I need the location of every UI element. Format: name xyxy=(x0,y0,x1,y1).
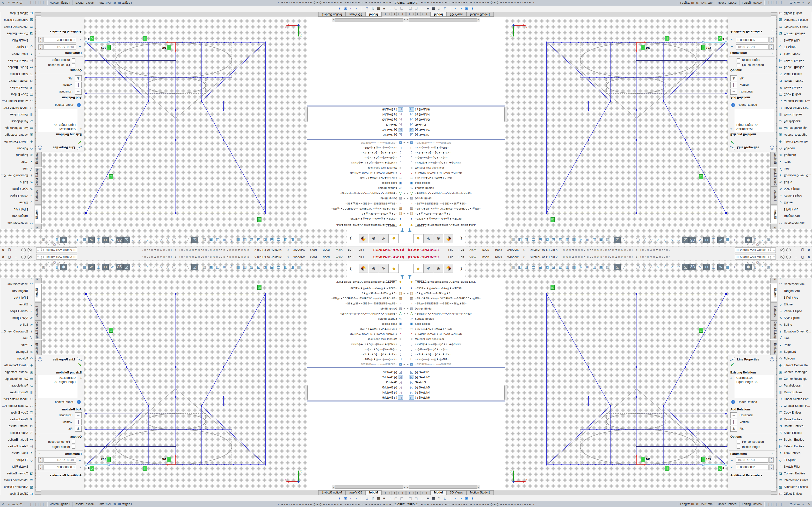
sketch-tool-item[interactable]: # Segment xyxy=(0,152,35,159)
relation-flag-equal109[interactable]: =109 xyxy=(701,45,711,50)
document-tab[interactable]: Model xyxy=(430,12,446,17)
motion-tool-icon[interactable]: ▢ xyxy=(407,496,413,500)
rollback-bar[interactable] xyxy=(307,367,406,368)
length-spinner[interactable]: ▲▼ xyxy=(39,457,43,463)
view-tool-icon[interactable]: ▤ xyxy=(510,237,516,243)
sketch-tool-icon[interactable]: 3D xyxy=(116,264,123,270)
sketch-tool-item[interactable]: ▢ Copy Entities xyxy=(0,409,35,416)
sketch-tool-icon[interactable]: ⇘ xyxy=(717,237,724,243)
tree-row[interactable]: ▶ ★ ○Ƨ53Ε✕◦♟◎ΛΑΦ○◦○ΦΑΛ◎♟◦✕Ε35Ƨ○ xyxy=(307,216,406,221)
filter-icon[interactable] xyxy=(408,275,412,277)
motion-tool-icon[interactable]: ▢ xyxy=(413,496,419,500)
tree-row[interactable]: ▶ ▧ Design Binder xyxy=(307,196,406,201)
view-tool-icon[interactable]: ▨ xyxy=(605,264,611,270)
sketch-tool-icon[interactable]: ▣ xyxy=(766,237,772,243)
motion-tool-icon[interactable]: ∟ xyxy=(442,7,448,11)
view-tool-icon[interactable]: ▥ xyxy=(564,237,570,243)
sketch-tool-item[interactable]: ⊢ Extend Entities xyxy=(777,57,812,64)
sketch-tool-item[interactable]: ▩ Silhouette Entities xyxy=(0,17,35,23)
tree-row[interactable]: ▶ ∟ ○ИΝ◦◎◦♟◎○◦○◎♟◦◎◦ΝИ○ xyxy=(307,145,406,151)
sketch-tool-item[interactable]: ◠ Centerpoint Arc xyxy=(0,281,35,288)
sketch-tool-icon[interactable]: ╱ xyxy=(621,237,627,243)
sketch-tool-icon[interactable]: ∿ xyxy=(109,237,115,243)
sketch-tool-icon[interactable]: Λ xyxy=(648,237,654,243)
tree-row[interactable]: ▶ A ○Ƨ5ΝИ◎◦✕Α✕◎ИΝΑ○◦○ΑΝИ◎✕Α✕◦◎ИΝ5Ƨ○ xyxy=(307,191,406,196)
view-tool-icon[interactable]: ◩ xyxy=(544,264,550,270)
menu-item[interactable]: Edit xyxy=(345,255,356,259)
tree-row-sketch[interactable]: ◺ Sketch3 xyxy=(307,122,406,127)
sketch-tool-item[interactable]: ◔ Partial Ellipse xyxy=(0,308,35,315)
sketch-tool-icon[interactable]: ⊙ xyxy=(703,237,710,243)
tree-row[interactable]: ▶ ∞ ○Ƨ5◦∩∗♟ΑΜ○◦○ΜΑ♟∗∩◦5Ƨ○ xyxy=(406,326,505,331)
motion-tool-icon[interactable]: ≀ xyxy=(419,496,425,500)
help-icon[interactable]: ? xyxy=(38,146,42,150)
menu-item[interactable]: Edit xyxy=(456,248,467,252)
search-input[interactable]: Search CAD Models xyxy=(44,255,72,259)
help-icon[interactable]: ? xyxy=(21,248,26,252)
relation-flag-collinear[interactable]: ∥ xyxy=(665,466,670,471)
motion-tool-icon[interactable]: ▦ xyxy=(375,496,382,500)
tree-row[interactable]: ▶ ∟ ○ИΝ◦◎◦♟◎○◦○◎♟◦◎◦ΝИ○ xyxy=(406,356,505,362)
motion-tool-icon[interactable]: ∗ xyxy=(337,496,343,500)
tree-row[interactable]: ▶ ▤ ○Λ♟◎✕Ƨ5◦Σ○◦○Σ◦5Ƨ✕◎♟Λ○ xyxy=(307,291,406,296)
help-icon[interactable]: ? xyxy=(770,357,774,361)
tree-row[interactable]: ▶ Σ ○Ƨ5ИΝ◎◦✕ΑΩ3Ε○◦○Ε3ΩΑ✕◦◎ΝИ5Ƨ○ xyxy=(307,171,406,176)
tree-row[interactable]: ▶ ≡ Material <not specified> xyxy=(307,166,406,171)
relation-flag[interactable]: ◺3 xyxy=(718,36,724,41)
motion-tool-icon[interactable]: ▢ xyxy=(413,7,419,11)
menu-item[interactable]: File xyxy=(446,248,456,252)
motion-tool-icon[interactable]: ▢ xyxy=(393,496,399,500)
length-spinner[interactable]: ▲▼ xyxy=(769,457,773,463)
view-tool-icon[interactable]: ⬒ xyxy=(275,264,282,270)
sketch-tool-item[interactable]: ○ Ellipse xyxy=(0,199,35,206)
view-tool-icon[interactable]: ◨ xyxy=(523,237,530,243)
add-relation-button[interactable]: ─ Horizontal xyxy=(36,89,84,95)
checkbox[interactable] xyxy=(737,445,740,449)
account-icon[interactable] xyxy=(28,248,32,252)
tree-row-sketch[interactable]: ◺ (-) Sketch1 xyxy=(307,132,406,137)
length-spinner[interactable]: ▲▼ xyxy=(769,44,773,50)
sketch-tool-icon[interactable]: ╳ xyxy=(164,264,170,270)
sketch-tool-item[interactable]: ≋ Intersection Curve xyxy=(0,477,35,484)
collapse-icon[interactable]: ⌃ xyxy=(772,371,773,374)
sketch-tool-item[interactable]: ○ Ellipse xyxy=(777,199,812,206)
view-tool-icon[interactable]: ▧ xyxy=(248,264,255,270)
sketch-tool-icon[interactable]: ◑ xyxy=(74,264,81,270)
relation-flag-collinear[interactable]: ∥ xyxy=(142,36,147,41)
motion-tool-icon[interactable]: ≀ xyxy=(419,7,425,11)
sketch-tool-item[interactable]: ∷ Linear Sketch Pattern xyxy=(777,105,812,111)
collapse-icon[interactable]: ⌃ xyxy=(772,133,773,136)
menu-item[interactable]: File xyxy=(356,248,366,252)
sketch-tool-item[interactable]: ∿ Spline xyxy=(0,321,35,328)
rollback-bar[interactable] xyxy=(307,139,406,140)
tree-row[interactable]: ▶ ◔ ○Ƨ5♟◎Ƨ5ΝИ3ΕƧ5○◦○5ƧΕ3ИΝ5Ƨ◎♟5Ƨ○ xyxy=(307,201,406,206)
view-tool-icon[interactable]: ▧ xyxy=(557,237,564,243)
scroll-right-icon[interactable]: ▶ xyxy=(333,19,334,21)
sketch-tool-item[interactable]: ⊢ Extend Entities xyxy=(0,443,35,450)
tree-row-sketch[interactable]: ◺ (-) Sketch6 xyxy=(406,395,505,400)
relation-item[interactable]: Equal length109 xyxy=(737,380,772,384)
document-tab[interactable]: Motion Study 1 xyxy=(318,490,346,495)
sketch-tool-item[interactable]: # Segment xyxy=(0,348,35,355)
option-checkbox[interactable]: For construction xyxy=(728,63,776,68)
restore-button[interactable]: ▢ xyxy=(800,255,806,259)
tree-root[interactable]: ◆ TЯPDL2. ◉Ж◉Ш◉◉◉✕◉ƆC◉Ж◉•◉Ƨ5◉♟◉Ж xyxy=(406,279,505,284)
motion-tool-icon[interactable]: ⇅ xyxy=(370,7,375,11)
sketch-tool-item[interactable]: ◈ 3 Point Center Recta... xyxy=(0,138,35,145)
expand-pane-icon[interactable]: ❯ xyxy=(349,267,352,270)
menu-item[interactable]: Tools xyxy=(307,255,320,259)
sketch-tool-icon[interactable]: ◑ xyxy=(731,264,738,270)
motion-tool-icon[interactable]: ◔ xyxy=(354,7,360,11)
tree-row[interactable]: ▶ ▧ Design Binder xyxy=(307,306,406,311)
scroll-right-icon[interactable]: ▶ xyxy=(333,486,334,488)
relation-button-icon[interactable]: │ xyxy=(75,82,82,88)
tree-row-sketch[interactable]: ◺ (-) Sketch6 xyxy=(307,107,406,112)
add-relation-button[interactable]: │ Vertical xyxy=(728,81,776,89)
sketch-tool-icon[interactable]: ⬢ xyxy=(745,264,752,270)
tree-row-sketch[interactable]: ◺ Sketch3 xyxy=(307,380,406,385)
angle-field[interactable]: 0.00000000° xyxy=(736,37,768,43)
relation-flag[interactable]: ◺3 xyxy=(88,36,94,41)
search-icon[interactable] xyxy=(41,249,44,251)
motion-tool-icon[interactable]: ⇅ xyxy=(437,496,442,500)
tree-row-sketch[interactable]: ◺ (-) Sketch6 xyxy=(307,395,406,400)
